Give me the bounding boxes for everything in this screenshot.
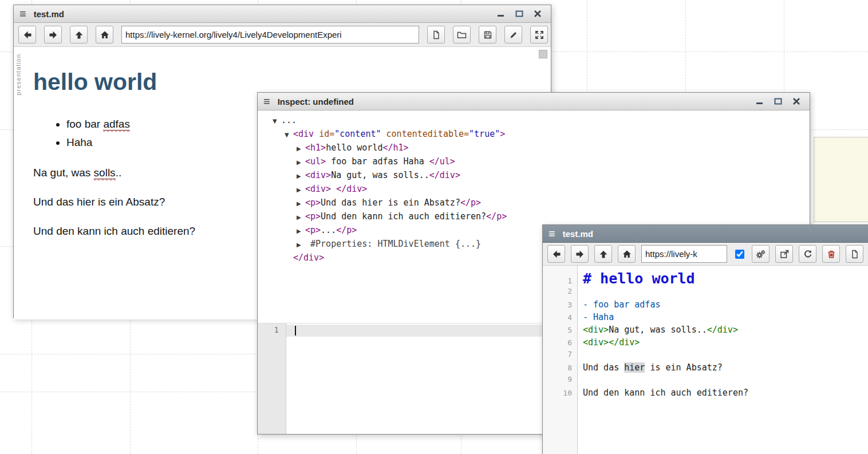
window-menu-icon[interactable]: ≡ bbox=[549, 228, 555, 239]
services-button[interactable] bbox=[752, 245, 770, 263]
line-content: - foo bar adfas bbox=[578, 299, 660, 310]
collapse-arrow-icon[interactable]: ▼ bbox=[285, 129, 293, 141]
editor-line[interactable]: 7 bbox=[543, 350, 868, 362]
new-file-button[interactable] bbox=[846, 245, 863, 263]
line-number: 7 bbox=[543, 350, 578, 358]
editor-line[interactable]: 5<div>Na gut, was solls..</div> bbox=[543, 325, 868, 337]
forward-arrow-icon bbox=[575, 250, 585, 259]
code-token: <p> bbox=[305, 211, 321, 222]
reload-button[interactable] bbox=[799, 245, 816, 263]
expand-arrow-icon[interactable]: ▶ bbox=[297, 184, 305, 196]
expand-arrow-icon[interactable]: ▶ bbox=[297, 170, 305, 183]
dom-tree-node[interactable]: ▶<h1>hello world</h1> bbox=[273, 141, 810, 155]
code-token: "true" bbox=[469, 129, 500, 139]
home-icon bbox=[100, 30, 109, 40]
dom-tree-node[interactable]: ▶<div> </div> bbox=[273, 183, 810, 196]
editor-line[interactable]: 8Und das hier is ein Absatz? bbox=[543, 362, 868, 375]
editor-line[interactable]: 3- foo bar adfas bbox=[543, 299, 868, 312]
code-token: ... bbox=[281, 115, 297, 125]
presentation-label: presentation bbox=[15, 54, 22, 96]
window-menu-icon[interactable]: ≡ bbox=[19, 8, 26, 19]
code-token: Na gut, was solls.. bbox=[609, 325, 707, 335]
dom-tree-node[interactable]: ▶<p>Und den kann ich auch editieren?</p> bbox=[273, 210, 810, 224]
expand-arrow-icon[interactable]: ▶ bbox=[297, 156, 305, 169]
dom-tree-node[interactable]: ▶<ul> foo bar adfas Haha </ul> bbox=[273, 155, 810, 169]
up-button[interactable] bbox=[594, 245, 612, 263]
code-token: </div> bbox=[707, 325, 738, 335]
editor-line[interactable]: 9 bbox=[543, 375, 868, 388]
scrollbar-thumb[interactable] bbox=[539, 50, 547, 58]
back-arrow-icon bbox=[23, 30, 32, 40]
dom-tree-node[interactable]: ▶<p>Und das hier is ein Absatz?</p> bbox=[273, 196, 810, 210]
up-button[interactable] bbox=[70, 26, 88, 44]
code-token: ... bbox=[321, 225, 336, 235]
forward-button[interactable] bbox=[44, 26, 62, 44]
save-button[interactable] bbox=[479, 26, 496, 44]
maximize-button[interactable] bbox=[773, 96, 783, 106]
open-folder-button[interactable] bbox=[453, 26, 471, 44]
misspelled-word: adfas bbox=[103, 118, 129, 131]
forward-button[interactable] bbox=[571, 245, 589, 263]
code-token: <div> bbox=[583, 325, 609, 335]
code-token: <h1> bbox=[305, 143, 326, 153]
back-button[interactable] bbox=[18, 26, 36, 44]
expand-arrow-icon[interactable]: ▶ bbox=[297, 198, 305, 210]
new-file-icon bbox=[850, 250, 859, 259]
maximize-icon bbox=[515, 10, 523, 18]
text-segment: Na gut, was bbox=[33, 167, 94, 179]
titlebar[interactable]: ≡ Inspect: undefined bbox=[258, 93, 810, 110]
expand-arrow-icon[interactable]: ▶ bbox=[297, 143, 305, 155]
line-number: 8 bbox=[543, 364, 578, 372]
code-token: Na gut, was solls.. bbox=[331, 170, 429, 180]
save-icon bbox=[483, 30, 492, 40]
code-token: hier bbox=[624, 362, 645, 373]
code-token: Und das hier is ein Absatz? bbox=[321, 198, 460, 208]
editor-line[interactable]: 6<div></div> bbox=[543, 337, 868, 350]
window-menu-icon[interactable]: ≡ bbox=[263, 96, 270, 107]
back-button[interactable] bbox=[547, 245, 565, 263]
dom-tree-node[interactable]: ▶<div>Na gut, was solls..</div> bbox=[273, 169, 810, 183]
edit-button[interactable] bbox=[504, 26, 522, 44]
new-file-button[interactable] bbox=[427, 26, 445, 44]
home-button[interactable] bbox=[618, 245, 636, 263]
url-input[interactable] bbox=[641, 245, 727, 263]
expand-arrow-icon[interactable]: ▶ bbox=[297, 211, 305, 224]
maximize-button[interactable] bbox=[514, 9, 524, 19]
browser-toolbar bbox=[14, 23, 551, 47]
close-button[interactable] bbox=[532, 9, 543, 19]
folder-icon bbox=[457, 30, 467, 40]
editor-line[interactable]: 4- Haha bbox=[543, 312, 868, 325]
expand-arrow-icon[interactable]: ▶ bbox=[297, 225, 305, 238]
editor-line[interactable]: 2 bbox=[543, 287, 868, 299]
minimize-button[interactable] bbox=[496, 9, 506, 19]
code-token: #Properties: HTMLDivElement {...} bbox=[305, 239, 481, 249]
expand-button[interactable] bbox=[530, 26, 548, 44]
collapse-arrow-icon[interactable]: ▼ bbox=[273, 115, 281, 128]
close-icon bbox=[792, 97, 800, 105]
titlebar[interactable]: ≡ test.md bbox=[543, 225, 868, 243]
minimize-button[interactable] bbox=[755, 96, 765, 106]
titlebar[interactable]: ≡ test.md bbox=[14, 5, 551, 23]
code-token: </p> bbox=[336, 225, 357, 235]
url-input[interactable] bbox=[121, 26, 419, 44]
dom-tree-node[interactable]: ▼... bbox=[273, 114, 810, 128]
back-arrow-icon bbox=[552, 250, 561, 259]
code-token: Und den kann ich auch editieren? bbox=[321, 211, 486, 222]
maximize-icon bbox=[774, 97, 782, 105]
delete-button[interactable] bbox=[822, 245, 840, 263]
code-lines: 1# hello world23- foo bar adfas4- Haha5<… bbox=[543, 270, 868, 400]
editor-line[interactable]: 1# hello world bbox=[543, 270, 868, 287]
new-file-icon bbox=[432, 30, 441, 40]
close-button[interactable] bbox=[791, 96, 802, 106]
editor-line[interactable]: 10Und den kann ich auch editieren? bbox=[543, 388, 868, 400]
auto-update-checkbox[interactable] bbox=[735, 250, 744, 259]
code-token: contenteditable= bbox=[386, 129, 469, 139]
pencil-icon bbox=[509, 30, 518, 40]
expand-arrow-icon[interactable]: ▶ bbox=[297, 239, 305, 251]
home-button[interactable] bbox=[96, 26, 113, 44]
dom-tree-node[interactable]: ▼<div id="content" contenteditable="true… bbox=[273, 128, 810, 141]
code-token: - foo bar adfas bbox=[583, 299, 660, 310]
line-content: # hello world bbox=[578, 270, 695, 287]
source-editor[interactable]: 1# hello world23- foo bar adfas4- Haha5<… bbox=[543, 266, 868, 454]
open-external-button[interactable] bbox=[775, 245, 793, 263]
